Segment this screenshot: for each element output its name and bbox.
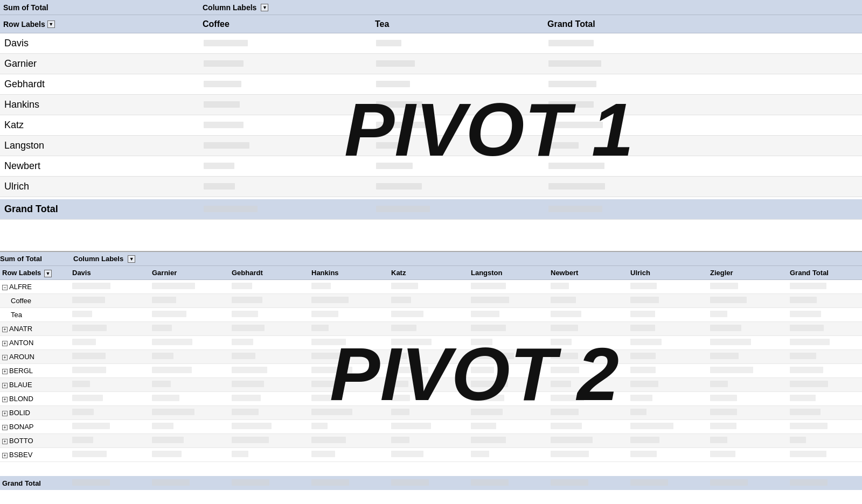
pivot2-data-cell	[309, 296, 389, 305]
pivot2-data-cell	[788, 380, 862, 389]
pivot2-column-labels-dropdown[interactable]: ▼	[128, 255, 135, 263]
pivot2-row-label: +BONAP	[0, 422, 70, 431]
pivot2-data-cell	[628, 324, 708, 333]
pivot2-data-cell	[389, 296, 469, 305]
pivot2-grand-total-cell	[788, 479, 862, 488]
pivot2-header-row2: Row Labels ▼ Davis Garnier Gebhardt Hank…	[0, 266, 862, 280]
pivot1-row-labels-dropdown[interactable]: ▼	[47, 20, 55, 28]
expand-icon[interactable]: +	[2, 439, 8, 444]
pivot1-row: Gebhardt	[0, 74, 862, 95]
pivot2-data-cell	[230, 450, 309, 459]
pivot2-data-cell	[309, 422, 389, 431]
pivot1-row-tea	[372, 141, 544, 151]
pivot2-data-cell	[788, 450, 862, 459]
pivot2-data-cell	[150, 394, 230, 403]
pivot2-data-cell	[788, 408, 862, 417]
pivot2-data-cell	[788, 436, 862, 445]
pivot2-data-cell	[788, 394, 862, 403]
pivot2-data-cell	[230, 296, 309, 305]
pivot2-grand-total-cell	[230, 479, 309, 488]
pivot2-data-cell	[389, 394, 469, 403]
pivot2-data-cell	[708, 450, 788, 459]
pivot2-data-cell	[389, 324, 469, 333]
pivot2-data-cell	[150, 310, 230, 319]
pivot2-data-cell	[708, 296, 788, 305]
pivot2-grand-total-cell	[70, 479, 150, 488]
pivot1-row-label: Davis	[0, 37, 199, 50]
pivot2-data-cell	[708, 380, 788, 389]
expand-icon[interactable]: +	[2, 369, 8, 374]
pivot2-data-cell	[309, 380, 389, 389]
pivot1-row-coffee	[199, 59, 372, 69]
pivot1-row-grand	[544, 120, 862, 131]
pivot2-data-cell	[548, 394, 628, 403]
pivot2-data-cell	[708, 352, 788, 361]
pivot2-row-label: +ANTON	[0, 338, 70, 347]
pivot2-row-label: +AROUN	[0, 352, 70, 361]
pivot2-data-cell	[788, 352, 862, 361]
pivot2-data-cell	[788, 338, 862, 347]
pivot1-row-labels-header: Row Labels ▼	[0, 19, 199, 30]
pivot2-data-cell	[230, 310, 309, 319]
pivot2-data-cell	[150, 352, 230, 361]
pivot2-row-label: +ANATR	[0, 324, 70, 333]
pivot2-data-cell	[309, 436, 389, 445]
pivot2-row-label: −ALFRE	[0, 282, 70, 291]
pivot2-col-davis: Davis	[70, 268, 150, 278]
expand-icon[interactable]: +	[2, 411, 8, 416]
expand-icon[interactable]: +	[2, 383, 8, 388]
pivot2-data-cell	[469, 408, 548, 417]
collapse-icon[interactable]: −	[2, 285, 8, 290]
pivot1-row-coffee	[199, 181, 372, 192]
pivot2-data-cell	[548, 450, 628, 459]
pivot2-data-cell	[788, 310, 862, 319]
pivot2-row-labels-dropdown[interactable]: ▼	[44, 270, 52, 277]
pivot1-row: Hankins	[0, 95, 862, 115]
expand-icon[interactable]: +	[2, 453, 8, 458]
pivot2-data-cell	[788, 296, 862, 305]
pivot1-column-labels-dropdown[interactable]: ▼	[261, 4, 268, 11]
pivot2-data-cell	[389, 408, 469, 417]
pivot1-row: Newbert	[0, 156, 862, 177]
pivot2-data-cell	[628, 310, 708, 319]
pivot2-data-cell	[628, 366, 708, 375]
pivot-container: Sum of Total Column Labels ▼ Row Labels …	[0, 0, 862, 504]
pivot2-data-cell	[230, 282, 309, 291]
pivot1-row: Ulrich	[0, 177, 862, 197]
pivot2-data-cell	[389, 338, 469, 347]
pivot2-row: +ANATR	[0, 322, 862, 336]
pivot2-data-cell	[708, 282, 788, 291]
pivot1-sum-of-total: Sum of Total	[3, 3, 203, 12]
pivot2-data-cell	[150, 296, 230, 305]
pivot2-data-cell	[309, 324, 389, 333]
pivot1-row-coffee	[199, 161, 372, 172]
pivot2-data-cell	[469, 394, 548, 403]
pivot2-row-label: +BSBEV	[0, 450, 70, 459]
pivot1-coffee-header: Coffee	[199, 18, 372, 30]
pivot2-row-label: +BLAUE	[0, 380, 70, 389]
pivot1-row-grand	[544, 161, 862, 172]
pivot2-data-cell	[389, 436, 469, 445]
pivot2-data-cell	[150, 436, 230, 445]
pivot2-data-cell	[469, 338, 548, 347]
pivot2-row-label: +BOLID	[0, 408, 70, 417]
pivot2-row: Tea	[0, 308, 862, 322]
pivot2-data-cell	[708, 324, 788, 333]
pivot1-row-grand	[544, 38, 862, 49]
pivot1-row-coffee	[199, 100, 372, 110]
expand-icon[interactable]: +	[2, 355, 8, 360]
pivot2-column-labels: Column Labels	[73, 255, 123, 263]
pivot1-row-grand	[544, 59, 862, 69]
pivot2-row: +BOTTO	[0, 434, 862, 448]
expand-icon[interactable]: +	[2, 341, 8, 346]
pivot2-data-cell	[469, 352, 548, 361]
pivot2-data-cell	[788, 324, 862, 333]
pivot2-data-cell	[708, 436, 788, 445]
expand-icon[interactable]: +	[2, 425, 8, 430]
pivot1-row-tea	[372, 100, 544, 110]
pivot2-data-cell	[389, 352, 469, 361]
pivot1-row-tea	[372, 38, 544, 49]
expand-icon[interactable]: +	[2, 327, 8, 332]
pivot2-data-cell	[230, 324, 309, 333]
expand-icon[interactable]: +	[2, 397, 8, 402]
